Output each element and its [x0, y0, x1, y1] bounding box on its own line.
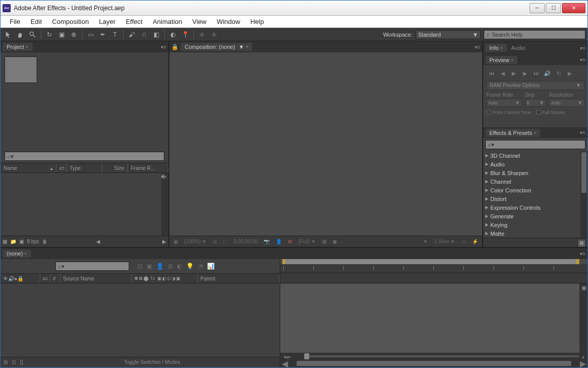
- audio-tab[interactable]: Audio: [507, 44, 530, 52]
- pixel-aspect-icon[interactable]: ▭: [459, 239, 468, 244]
- eraser-tool[interactable]: ◧: [151, 30, 162, 40]
- shy-icon[interactable]: 👤: [156, 263, 164, 270]
- color-mgmt-icon[interactable]: ✿: [286, 239, 294, 244]
- panel-menu-icon[interactable]: ▾≡: [161, 44, 166, 50]
- menu-layer[interactable]: Layer: [94, 17, 121, 26]
- workspace-dropdown[interactable]: Standard▼: [416, 30, 481, 39]
- effects-presets-tab[interactable]: Effects & Presets×: [485, 129, 540, 137]
- project-bpc[interactable]: 8 bpc: [27, 239, 39, 244]
- col-name[interactable]: Name▴: [1, 163, 56, 173]
- effects-scrollbar[interactable]: [580, 151, 587, 238]
- draft-3d-icon[interactable]: ▣: [146, 263, 152, 270]
- zoom-tool[interactable]: [27, 30, 38, 40]
- puppet-pin-tool[interactable]: 📍: [180, 30, 191, 40]
- panel-menu-icon[interactable]: ▾≡: [580, 57, 585, 63]
- menu-help[interactable]: Help: [245, 17, 269, 26]
- motion-blur-icon[interactable]: ◐: [177, 263, 182, 270]
- new-folder-icon[interactable]: 📁: [10, 239, 16, 244]
- menu-edit[interactable]: Edit: [25, 17, 47, 26]
- timeline-tab[interactable]: (none)×: [3, 249, 31, 258]
- effects-category[interactable]: ▶Expression Controls: [483, 203, 587, 212]
- resolution-dropdown[interactable]: Auto▼: [549, 99, 584, 107]
- window-maximize-button[interactable]: ☐: [546, 3, 561, 13]
- view-layout-dropdown[interactable]: 1 View ▼: [432, 239, 457, 244]
- 3d-view-dropdown[interactable]: ▼: [421, 239, 430, 244]
- last-frame-button[interactable]: ⏭: [532, 70, 540, 76]
- hand-tool[interactable]: [15, 30, 26, 40]
- local-axis-mode[interactable]: ⊹: [196, 30, 208, 40]
- timeline-track-area[interactable]: ▣: [280, 284, 587, 353]
- close-icon[interactable]: ×: [25, 44, 28, 49]
- effects-category[interactable]: ▶Blur & Sharpen: [483, 168, 587, 177]
- auto-keyframe-icon[interactable]: ◔: [198, 263, 203, 270]
- close-icon[interactable]: ×: [246, 44, 248, 49]
- menu-composition[interactable]: Composition: [47, 17, 94, 26]
- prev-frame-button[interactable]: ◀: [498, 70, 507, 77]
- interpret-footage-icon[interactable]: ▦: [3, 239, 7, 244]
- menu-effect[interactable]: Effect: [121, 17, 148, 26]
- comp-mini-flowchart-icon[interactable]: ⊟: [137, 263, 142, 270]
- composition-viewer[interactable]: [169, 52, 482, 236]
- effects-category[interactable]: ▶Keying: [483, 220, 587, 229]
- new-comp-icon[interactable]: ▣: [19, 239, 24, 244]
- toggle-switch-icon[interactable]: {}: [20, 359, 23, 365]
- next-frame-button[interactable]: ▶: [521, 70, 529, 77]
- current-time[interactable]: 0;00;00;00: [231, 239, 259, 244]
- effects-category[interactable]: ▶Audio: [483, 160, 587, 168]
- rectangle-tool[interactable]: ▭: [85, 30, 96, 40]
- frame-blend-icon[interactable]: ⊞: [168, 263, 173, 270]
- rotation-tool[interactable]: ↻: [44, 30, 55, 40]
- play-button[interactable]: ▶: [510, 70, 518, 77]
- clone-stamp-tool[interactable]: ⎍: [138, 30, 150, 40]
- panel-menu-icon[interactable]: ▾≡: [475, 44, 480, 50]
- brainstorm-icon[interactable]: 💡: [186, 263, 194, 270]
- col-label[interactable]: 🏷: [56, 163, 67, 173]
- composition-tab[interactable]: Composition: (none)▼×: [181, 43, 252, 51]
- comp-marker-icon[interactable]: ▣: [581, 285, 586, 291]
- timeline-search-input[interactable]: ⌕▾: [55, 262, 129, 271]
- parent-col[interactable]: Parent: [198, 274, 280, 283]
- loop-button[interactable]: ↻: [554, 70, 563, 77]
- panel-menu-icon[interactable]: ▾≡: [580, 130, 585, 135]
- info-tab[interactable]: Info×: [485, 44, 507, 52]
- work-area-bar[interactable]: [282, 259, 579, 264]
- camera-tool[interactable]: ▣: [56, 30, 67, 40]
- comp-lock-icon[interactable]: 🔒: [171, 44, 179, 50]
- always-preview-icon[interactable]: ▣: [171, 239, 180, 244]
- full-screen-checkbox[interactable]: Full Screen: [536, 110, 566, 115]
- av-features-col[interactable]: 👁🔊●🔒: [1, 274, 40, 283]
- index-col[interactable]: #: [50, 274, 61, 283]
- resolution-dropdown[interactable]: (Full) ▼: [296, 239, 318, 244]
- project-search-input[interactable]: ⌕▾: [5, 152, 164, 161]
- resolution-icon[interactable]: ⊞: [211, 239, 219, 244]
- pen-tool[interactable]: ✒: [97, 30, 108, 40]
- menu-file[interactable]: File: [5, 17, 25, 26]
- preview-tab[interactable]: Preview×: [485, 56, 517, 64]
- panel-menu-icon[interactable]: ▾≡: [580, 45, 585, 51]
- switches-col[interactable]: ✽✿⬤ fx ▣◐⊙◑▣: [132, 274, 198, 283]
- scroll-left-icon[interactable]: ◀: [96, 239, 100, 244]
- toggle-switch-icon[interactable]: ⊞: [4, 359, 8, 365]
- effects-category[interactable]: ▶3D Channel: [483, 151, 587, 160]
- type-tool[interactable]: T: [109, 30, 121, 40]
- flowchart-icon[interactable]: �⁝: [161, 174, 167, 180]
- skip-dropdown[interactable]: 0▼: [525, 99, 546, 107]
- effects-category[interactable]: ▶Matte: [483, 229, 587, 238]
- roi-icon[interactable]: ⬚: [221, 239, 229, 244]
- window-close-button[interactable]: ✕: [562, 3, 585, 13]
- effects-category[interactable]: ▶Generate: [483, 212, 587, 220]
- search-help-input[interactable]: ⌕ Search Help: [484, 30, 585, 39]
- timeline-vscrollbar[interactable]: ▣: [579, 284, 587, 353]
- selection-tool[interactable]: [3, 30, 14, 40]
- window-minimize-button[interactable]: ─: [530, 3, 545, 13]
- ram-preview-options-dropdown[interactable]: RAM Preview Options▼: [486, 81, 584, 90]
- menu-window[interactable]: Window: [212, 17, 245, 26]
- col-framerate[interactable]: Frame R...: [128, 163, 168, 173]
- panel-menu-icon[interactable]: ▾≡: [580, 251, 585, 257]
- effects-search-input[interactable]: ⌕▾: [485, 140, 585, 149]
- project-item-list[interactable]: �⁝: [1, 173, 168, 236]
- transparency-grid-icon[interactable]: ▦: [320, 239, 329, 244]
- roto-brush-tool[interactable]: ◐: [167, 30, 179, 40]
- graph-editor-icon[interactable]: 📊: [207, 263, 215, 270]
- project-tab[interactable]: Project×: [3, 43, 33, 51]
